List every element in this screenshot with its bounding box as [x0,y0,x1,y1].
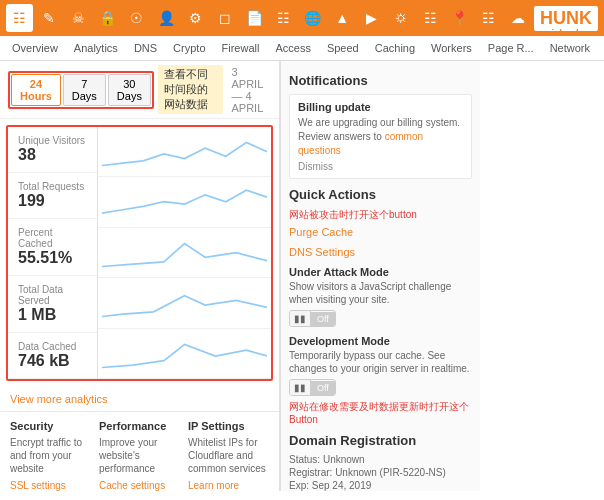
quick-actions-annotation: 网站被攻击时打开这个button [289,208,472,222]
action-dev-mode: Development Mode Temporarily bypass our … [289,335,472,425]
action-purge-cache: Purge Cache [289,226,472,238]
performance-link1[interactable]: Cache settings [99,480,165,491]
security-card: Security Encrypt traffic to and from you… [10,420,91,491]
stat-data-cached-label: Data Cached [18,341,87,352]
chart-bandwidth [98,278,271,328]
right-panel: Notifications Billing update We are upgr… [280,61,480,491]
stat-percent-cached-value: 55.51% [18,249,87,267]
nav-icon-dns[interactable]: ☠ [65,4,92,32]
nav-icon-workers[interactable]: 📄 [241,4,268,32]
dev-mode-toggle[interactable]: ▮▮ Off [289,379,336,396]
under-attack-desc: Show visitors a JavaScript challenge whe… [289,280,472,306]
tab-workers[interactable]: Workers [423,36,480,60]
nav-icon-more[interactable]: ☷ [475,4,502,32]
tab-analytics[interactable]: Analytics [66,36,126,60]
stats-list: Unique Visitors 38 Total Requests 199 Pe… [8,127,98,379]
stat-total-requests-value: 199 [18,192,87,210]
ip-settings-link1[interactable]: Learn more [188,480,239,491]
nav-icon-firewall[interactable]: ☉ [123,4,150,32]
notification-billing-title: Billing update [298,101,463,113]
nav-icon-caching[interactable]: ◻ [211,4,238,32]
security-line1: Encrypt traffic to and from your website [10,436,91,475]
nav-icon-speed[interactable]: ⚙ [182,4,209,32]
action-dns-settings: DNS Settings [289,246,472,258]
time-btn-30d[interactable]: 30 Days [108,74,151,106]
ip-settings-card: IP Settings Whitelist IPs for Cloudflare… [188,420,269,491]
tab-overview[interactable]: Overview [4,36,66,60]
dismiss-link[interactable]: Dismiss [298,161,463,172]
chart-cached [98,228,271,278]
dev-mode-toggle-row: ▮▮ Off [289,379,472,396]
dev-mode-desc: Temporarily bypass our cache. See change… [289,349,472,375]
tab-traffic[interactable]: Traffic [598,36,604,60]
stat-data-served: Total Data Served 1 MB [8,276,97,333]
stat-unique-visitors-label: Unique Visitors [18,135,87,146]
under-attack-toggle[interactable]: ▮▮ Off [289,310,336,327]
nav-icon-crypto[interactable]: 🔒 [94,4,121,32]
under-attack-pause-icon: ▮▮ [290,311,311,326]
nav-icon-page-rules[interactable]: ☷ [270,4,297,32]
stat-unique-visitors: Unique Visitors 38 [8,127,97,173]
time-btn-24h[interactable]: 24 Hours [11,74,61,106]
nav-icon-network[interactable]: 🌐 [299,4,326,32]
domain-title: Domain Registration [289,433,472,448]
tab-crypto[interactable]: Crypto [165,36,213,60]
chart-data-cached [98,329,271,379]
security-title: Security [10,420,91,432]
bottom-section: Security Encrypt traffic to and from you… [0,411,279,491]
tab-access[interactable]: Access [267,36,318,60]
action-under-attack: Under Attack Mode Show visitors a JavaSc… [289,266,472,327]
time-btn-7d[interactable]: 7 Days [63,74,106,106]
tab-network[interactable]: Network [542,36,598,60]
watermark: www.inhunk.com [528,28,602,38]
time-controls-section: 24 Hours 7 Days 30 Days 查看不同时间段的网站数据 3 A… [0,61,279,119]
dns-settings-link[interactable]: DNS Settings [289,246,472,258]
nav-icon-analytics[interactable]: ✎ [35,4,62,32]
stat-percent-cached-label: Percent Cached [18,227,87,249]
brand-logo: HUNK [534,6,598,31]
domain-status: Status: Unknown [289,454,472,465]
quick-actions-section: Quick Actions 网站被攻击时打开这个button Purge Cac… [289,187,472,425]
tab-speed[interactable]: Speed [319,36,367,60]
stat-total-requests-label: Total Requests [18,181,87,192]
stat-data-served-label: Total Data Served [18,284,87,306]
performance-card: Performance Improve your website's perfo… [99,420,180,491]
nav-icon-stream[interactable]: ▶ [358,4,385,32]
security-link1[interactable]: SSL settings [10,480,66,491]
tab-pagerules[interactable]: Page R... [480,36,542,60]
nav-icon-access[interactable]: 👤 [153,4,180,32]
quick-actions-title: Quick Actions [289,187,472,202]
domain-registrar: Registrar: Unknown (PIR-5220-NS) [289,467,472,478]
under-attack-label: Under Attack Mode [289,266,472,278]
under-attack-toggle-row: ▮▮ Off [289,310,472,327]
dev-mode-off-label: Off [311,381,335,395]
chart-requests [98,177,271,227]
tab-dns[interactable]: DNS [126,36,165,60]
nav-icon-custom[interactable]: ⛭ [387,4,414,32]
top-nav: ☷ ✎ ☠ 🔒 ☉ 👤 ⚙ ◻ 📄 ☷ 🌐 ▲ ▶ ⛭ ☷ 📍 ☷ ☁ HUNK… [0,0,604,36]
dev-mode-label: Development Mode [289,335,472,347]
stat-data-cached: Data Cached 746 kB [8,333,97,379]
notification-billing: Billing update We are upgrading our bill… [289,94,472,179]
ip-settings-line1: Whitelist IPs for Cloudflare and common … [188,436,269,475]
nav-icon-overview[interactable]: ☷ [6,4,33,32]
stat-percent-cached: Percent Cached 55.51% [8,219,97,276]
view-analytics-link[interactable]: View more analytics [0,387,279,411]
performance-title: Performance [99,420,180,432]
date-range: 3 APRIL — 4 APRIL [231,66,271,114]
chart-visitors [98,127,271,177]
stats-container: Unique Visitors 38 Total Requests 199 Pe… [6,125,273,381]
nav-icon-filter[interactable]: ☷ [417,4,444,32]
nav-icon-location[interactable]: 📍 [446,4,473,32]
tab-caching[interactable]: Caching [367,36,423,60]
dev-mode-pause-icon: ▮▮ [290,380,311,395]
purge-cache-link[interactable]: Purge Cache [289,226,472,238]
stat-total-requests: Total Requests 199 [8,173,97,219]
tab-firewall[interactable]: Firewall [214,36,268,60]
tab-bar: Overview Analytics DNS Crypto Firewall A… [0,36,604,61]
under-attack-off-label: Off [311,312,335,326]
domain-section: Domain Registration Status: Unknown Regi… [289,433,472,491]
performance-line1: Improve your website's performance [99,436,180,475]
ip-settings-title: IP Settings [188,420,269,432]
nav-icon-traffic[interactable]: ▲ [329,4,356,32]
